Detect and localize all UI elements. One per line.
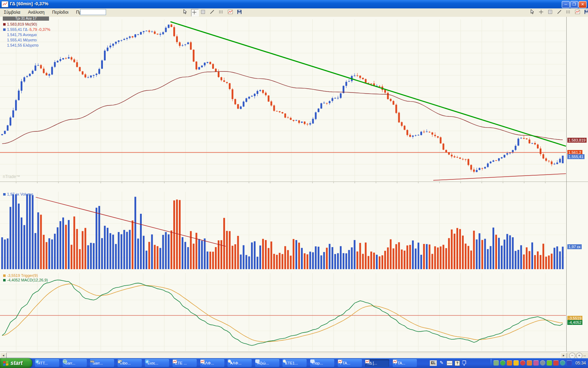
volume-swatch [3,193,6,196]
open-legend: 1.541,75 Ανοιγμα [3,32,50,38]
keyboard-icon[interactable]: ▭▭ [447,361,453,366]
chart-scroll-row: ◄ ► − + ↔ [0,352,588,359]
ma-legend: 1.583,819 Με(90) [7,22,37,26]
taskbar-button-Εισε[interactable]: eΕισε... [145,359,169,367]
price-swatch [3,28,6,31]
tray-disk-icon[interactable] [493,360,499,366]
tray-shield-icon[interactable] [513,360,519,366]
info-date: Τρι 31 Αυγ 17 [3,16,49,21]
taskbar-button-ΓΔ[interactable]: ΓΔ [... [365,359,389,367]
taskbar: start eHTT...Sarr...Sarr...Inbo...eΕισε.… [0,358,588,368]
taskbar-button-ETE[interactable]: ETE ... [173,359,197,367]
svg-text:e: e [146,360,148,363]
price-legend: 1.555,41 ΓΔ [7,27,27,32]
volume-badge: 1,97 εκ [567,244,582,249]
taskbar-button-Παρ[interactable]: Παρ... [310,359,334,367]
price-info-box: Τρι 31 Αυγ 17 1.583,819 Με(90) 1.555,41 … [3,16,50,48]
taskbar-button-FTA[interactable]: FTA... [338,359,362,367]
chart-canvas[interactable] [0,0,588,368]
macd-legend: -4,4052 MACD(12,26,9) [3,278,48,282]
fit-width-icon[interactable]: ↔ [583,353,587,357]
help-icon[interactable]: ? [455,361,460,366]
ma-value-badge: 1.583,819 [567,138,587,143]
watermark: nTrade™ [3,174,20,179]
start-button[interactable]: start [0,358,32,368]
tray-divider [491,359,491,367]
taskbar-button-Sarr[interactable]: Sarr... [90,359,114,367]
trigger-swatch [3,274,6,277]
tray-messenger-icon[interactable] [533,360,539,366]
tray-java-icon[interactable] [507,360,512,366]
tray-audio-icon[interactable] [540,360,545,366]
tray-app-icon[interactable] [553,360,559,366]
desktop: ΓΔ [60min] -0,37% ─ ❐ ✕ ΣύμβολαΑνάλυσηΠε… [0,0,588,368]
macd-swatch [3,279,6,281]
tray-antivirus-icon[interactable] [500,360,505,366]
macd-badge: -4,4052 [567,320,582,325]
taskbar-button-ΕΤΕ1[interactable]: ΕΤΕ1... [282,359,307,367]
ma-swatch [3,23,6,26]
volume-legend: 1,97 εκ Volume [3,192,33,196]
tray-network-icon[interactable] [560,360,565,366]
low-legend: 1.541,55 Ελάχιστο [3,43,50,48]
high-legend: 1.555,41 Μέγιστο [3,38,50,43]
taskbar-clock: 05:34 [573,358,588,368]
windows-flag-icon [3,360,9,366]
taskbar-button-Inbo[interactable]: Inbo... [118,359,142,367]
taskbar-button-Sarr[interactable]: Sarr... [63,359,87,367]
trigger-legend: -3,5519 Trigger(9) [3,273,38,278]
restore-window-icon[interactable]: ❐▾ [462,360,466,365]
tray-alert-icon[interactable] [527,360,532,366]
taskbar-button-ΑΛΦ[interactable]: ΑΛΦ... [200,359,224,367]
tray-spybot-icon[interactable] [547,360,552,366]
pen-icon[interactable]: ✎ [440,360,443,365]
horizontal-scrollbar[interactable] [6,353,566,358]
change-legend: -5,79 -0,37% [27,27,50,32]
language-indicator[interactable]: EL [430,360,437,366]
taskbar-button-FTA[interactable]: FTA... [393,359,417,367]
last-price-badge: 1.555,41 [567,154,584,159]
tray-heart-icon[interactable] [520,360,525,366]
svg-text:e: e [36,360,38,363]
taskbar-button-Αξι[interactable]: Αξιώ... [255,359,279,367]
taskbar-button-HTT[interactable]: eHTT... [35,359,59,367]
tray-sync-icon[interactable] [567,360,572,366]
taskbar-button-ΑΛΦ[interactable]: ΑΛΦ... [227,359,252,367]
